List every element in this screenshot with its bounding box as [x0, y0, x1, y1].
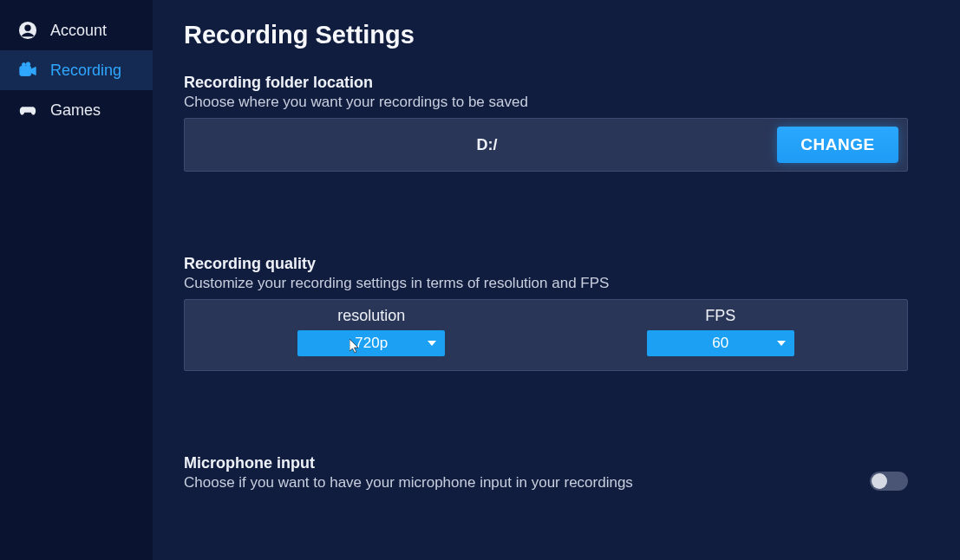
resolution-column: resolution 720p — [197, 307, 546, 356]
folder-section: Recording folder location Choose where y… — [184, 74, 908, 172]
account-icon — [17, 20, 38, 41]
sidebar-item-recording[interactable]: Recording — [0, 50, 153, 90]
folder-path: D:/ — [197, 136, 777, 154]
mic-title: Microphone input — [184, 454, 870, 472]
quality-box: resolution 720p FPS 60 — [184, 299, 908, 371]
sidebar-item-games[interactable]: Games — [0, 90, 153, 130]
chevron-down-icon — [777, 341, 786, 346]
folder-desc: Choose where you want your recordings to… — [184, 94, 908, 111]
fps-dropdown[interactable]: 60 — [647, 330, 794, 356]
folder-box: D:/ CHANGE — [184, 118, 908, 172]
resolution-value: 720p — [297, 335, 445, 352]
main-content: Recording Settings Recording folder loca… — [153, 0, 960, 560]
svg-point-4 — [26, 62, 30, 67]
camera-icon — [17, 60, 38, 81]
mic-desc: Choose if you want to have your micropho… — [184, 474, 870, 492]
sidebar-item-account[interactable]: Account — [0, 10, 153, 50]
fps-column: FPS 60 — [546, 307, 896, 356]
resolution-dropdown[interactable]: 720p — [297, 330, 445, 356]
sidebar-item-label: Games — [50, 101, 101, 120]
svg-rect-2 — [20, 66, 31, 75]
fps-label: FPS — [705, 307, 735, 325]
chevron-down-icon — [428, 341, 436, 346]
svg-point-1 — [24, 25, 30, 31]
mic-toggle[interactable] — [870, 472, 908, 491]
sidebar-item-label: Account — [50, 22, 107, 40]
resolution-label: resolution — [337, 307, 405, 325]
toggle-knob — [872, 473, 887, 489]
svg-point-3 — [22, 63, 25, 67]
quality-title: Recording quality — [184, 255, 908, 273]
sidebar-item-label: Recording — [50, 62, 121, 80]
quality-desc: Customize your recording settings in ter… — [184, 275, 908, 292]
change-button[interactable]: CHANGE — [777, 127, 898, 163]
mic-section: Microphone input Choose if you want to h… — [184, 454, 908, 498]
page-title: Recording Settings — [184, 21, 908, 49]
sidebar: Account Recording Games — [0, 0, 153, 560]
folder-title: Recording folder location — [184, 74, 908, 92]
gamepad-icon — [17, 100, 38, 120]
quality-section: Recording quality Customize your recordi… — [184, 255, 908, 371]
fps-value: 60 — [647, 335, 794, 352]
